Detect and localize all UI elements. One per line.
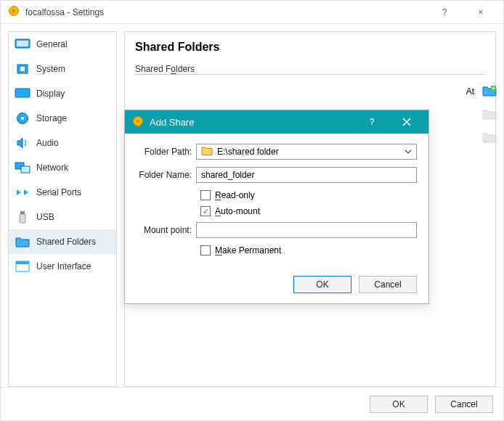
sidebar-item-user-interface[interactable]: User Interface	[9, 254, 116, 279]
svg-rect-12	[20, 214, 25, 223]
svg-point-1	[12, 9, 15, 12]
label-folder-name: Folder Name:	[137, 170, 196, 180]
dialog-help-button[interactable]: ?	[357, 110, 386, 134]
window-close-button[interactable]: ×	[466, 1, 496, 24]
serial-icon	[15, 186, 31, 199]
svg-rect-10	[21, 166, 30, 173]
add-share-button[interactable]	[481, 83, 497, 99]
settings-window: focalfossa - Settings ? × General System	[0, 0, 504, 421]
row-make-permanent[interactable]: Make Permanent	[200, 245, 417, 256]
settings-button-row: OK Cancel	[1, 387, 503, 420]
folder-path-value: E:\shared folder	[217, 147, 279, 157]
window-help-button[interactable]: ?	[429, 1, 460, 24]
column-header-at: At	[466, 86, 474, 97]
usb-icon	[15, 210, 31, 224]
mount-point-input[interactable]	[196, 222, 417, 238]
edit-share-button[interactable]	[481, 107, 497, 123]
automount-label: Auto-mount	[215, 206, 260, 216]
app-icon	[8, 5, 20, 19]
folder-list-toolbar	[481, 83, 503, 146]
folder-name-input[interactable]	[196, 167, 417, 183]
dialog-ok-button[interactable]: OK	[293, 276, 351, 293]
folder-path-dropdown[interactable]: E:\shared folder	[196, 144, 417, 160]
groupbox-divider	[135, 74, 485, 75]
sidebar-item-general[interactable]: General	[9, 32, 116, 57]
sidebar-label: User Interface	[36, 261, 91, 271]
dialog-cancel-button[interactable]: Cancel	[359, 276, 417, 293]
sidebar-item-serial-ports[interactable]: Serial Ports	[9, 180, 116, 205]
speaker-icon	[15, 136, 31, 150]
display-icon	[15, 87, 31, 100]
dialog-title: Add Share	[150, 117, 351, 128]
svg-rect-5	[20, 67, 25, 71]
sidebar-item-usb[interactable]: USB	[9, 205, 116, 229]
remove-share-button[interactable]	[481, 130, 497, 146]
row-mount-point: Mount point:	[137, 222, 417, 238]
svg-point-8	[21, 117, 24, 120]
sidebar-label: USB	[36, 212, 54, 222]
monitor-icon	[15, 38, 31, 51]
gear-icon	[132, 115, 144, 129]
chip-icon	[15, 62, 31, 75]
dialog-button-row: OK Cancel	[125, 269, 428, 303]
ui-icon	[15, 260, 31, 273]
readonly-checkbox[interactable]	[200, 190, 211, 200]
svg-rect-3	[17, 41, 28, 46]
chevron-down-icon	[405, 147, 412, 158]
row-folder-name: Folder Name:	[137, 167, 417, 183]
settings-cancel-button[interactable]: Cancel	[435, 396, 493, 413]
row-automount[interactable]: Auto-mount	[200, 206, 417, 216]
groupbox-label: Shared Folders	[135, 64, 195, 74]
window-titlebar: focalfossa - Settings ? ×	[1, 1, 503, 24]
sidebar-item-display[interactable]: Display	[9, 81, 116, 106]
sidebar-label: Shared Folders	[36, 237, 96, 247]
make-permanent-label: Make Permanent	[215, 245, 281, 256]
sidebar-item-storage[interactable]: Storage	[9, 106, 116, 131]
sidebar-item-network[interactable]: Network	[9, 155, 116, 180]
readonly-label: Read-only	[215, 190, 255, 200]
label-folder-path: Folder Path:	[137, 147, 196, 157]
sidebar-label: Display	[36, 89, 65, 99]
folder-small-icon	[201, 146, 213, 158]
window-title: focalfossa - Settings	[25, 7, 423, 17]
disk-icon	[15, 112, 31, 125]
sidebar-label: Network	[36, 163, 68, 173]
folder-icon	[15, 235, 31, 248]
sidebar-label: System	[36, 64, 65, 74]
sidebar-label: General	[36, 39, 68, 49]
settings-body: General System Display Storage	[1, 24, 503, 387]
svg-rect-6	[15, 89, 30, 97]
row-readonly[interactable]: Read-only	[200, 190, 417, 200]
make-permanent-checkbox[interactable]	[200, 245, 211, 256]
sidebar-item-shared-folders[interactable]: Shared Folders	[9, 229, 116, 254]
add-share-dialog: Add Share ? Folder Path: E:\shared folde…	[124, 110, 429, 304]
sidebar-label: Storage	[36, 113, 67, 123]
settings-sidebar: General System Display Storage	[8, 31, 117, 387]
sidebar-label: Audio	[36, 138, 59, 148]
settings-ok-button[interactable]: OK	[370, 396, 428, 413]
dialog-titlebar: Add Share ?	[125, 110, 428, 134]
sidebar-item-system[interactable]: System	[9, 57, 116, 81]
panel-heading: Shared Folders	[135, 41, 485, 54]
sidebar-label: Serial Ports	[36, 187, 81, 197]
row-folder-path: Folder Path: E:\shared folder	[137, 144, 417, 160]
svg-rect-11	[20, 211, 25, 214]
label-mount-point: Mount point:	[137, 225, 196, 235]
svg-point-17	[137, 120, 139, 123]
sidebar-item-audio[interactable]: Audio	[9, 131, 116, 155]
network-icon	[15, 161, 31, 174]
svg-rect-14	[16, 261, 29, 264]
dialog-close-button[interactable]	[392, 110, 421, 134]
automount-checkbox[interactable]	[200, 206, 211, 216]
dialog-body: Folder Path: E:\shared folder	[125, 134, 428, 269]
